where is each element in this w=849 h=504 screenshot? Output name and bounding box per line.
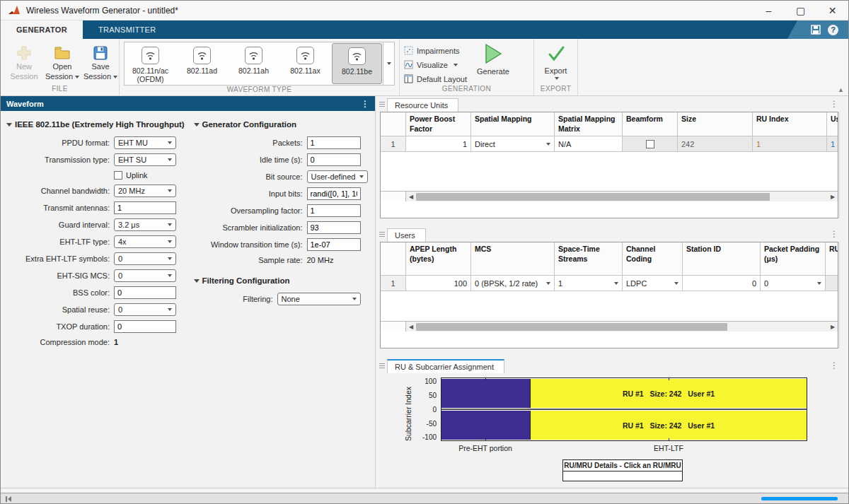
waveform-type-80211be[interactable]: 802.11be (332, 43, 382, 84)
tab-generator[interactable]: GENERATOR (1, 20, 83, 39)
scroll-left-icon[interactable]: ◀ (406, 194, 416, 200)
horizontal-scrollbar[interactable]: ◀ ▶ (381, 191, 838, 201)
main-area: Waveform ⋮ IEEE 802.11be (Extremely High… (1, 96, 848, 488)
help-icon[interactable]: ? (828, 25, 838, 35)
waveform-type-section: 802.11n/ac (OFDM) 802.11ad 802.11ah 802.… (120, 39, 400, 95)
panel-drag-handle[interactable] (379, 363, 385, 369)
app-window: Wireless Waveform Generator - untitled* … (0, 0, 849, 504)
open-session-button[interactable]: Open Session (43, 42, 81, 82)
y-tick: 100 (424, 377, 437, 385)
visualize-button[interactable]: Visualize (404, 59, 467, 71)
field-label: Compression mode: (1, 338, 114, 346)
eht-ltf-type-select[interactable]: 4x (114, 235, 176, 248)
spatial-mapping-select[interactable]: Direct (471, 136, 555, 152)
save-icon[interactable] (811, 25, 821, 35)
vertical-scrollbar[interactable] (839, 112, 844, 218)
panel-drag-handle[interactable] (379, 232, 385, 238)
txop-duration-input[interactable] (114, 320, 176, 333)
eht-sig-mcs-select[interactable]: 0 (114, 269, 176, 282)
ieee-section-header[interactable]: IEEE 802.11be (Extremely High Throughput… (6, 120, 188, 129)
scrollbar-thumb[interactable] (416, 323, 727, 331)
generate-button[interactable]: Generate (473, 42, 514, 76)
collapse-panel-icon[interactable] (6, 496, 11, 502)
save-floppy-icon (93, 44, 108, 62)
gallery-dropdown-button[interactable] (383, 42, 395, 86)
guard-interval-select[interactable]: 3.2 μs (114, 218, 176, 231)
scrambler-initialization-input[interactable] (307, 221, 361, 234)
beamform-checkbox[interactable] (646, 140, 654, 148)
waveform-type-80211ah[interactable]: 802.11ah (229, 43, 279, 84)
extra-eht-ltf-symbols-select[interactable]: 0 (114, 252, 176, 265)
mcs-select[interactable]: 0 (BPSK, 1/2 rate) (471, 276, 555, 291)
impairments-button[interactable]: Impairments (404, 45, 467, 57)
sample-rate-value: 20 MHz (307, 256, 334, 264)
ppdu-format-select[interactable]: EHT MU (114, 136, 176, 149)
new-session-button[interactable]: New Session (5, 42, 43, 82)
panel-menu-icon[interactable]: ⋮ (830, 361, 838, 370)
input-bits-input[interactable] (307, 187, 361, 200)
column-header: Beamform (623, 112, 678, 136)
export-section: Export EXPORT (534, 39, 578, 95)
scroll-right-icon[interactable]: ▶ (828, 194, 838, 200)
pre-eht-lower-block[interactable] (441, 411, 531, 440)
maximize-button[interactable]: ▢ (785, 1, 816, 20)
waveform-type-80211nac[interactable]: 802.11n/ac (OFDM) (125, 43, 175, 84)
channel-coding-select[interactable]: LDPC (623, 276, 683, 291)
horizontal-scrollbar[interactable]: ◀ ▶ (381, 321, 838, 332)
packets-input[interactable] (307, 136, 361, 149)
tab-users[interactable]: Users (387, 228, 426, 242)
export-button[interactable]: Export (538, 42, 573, 80)
idle-time-input[interactable] (307, 153, 361, 166)
field-label: Input bits: (188, 189, 307, 198)
waveform-type-80211ad[interactable]: 802.11ad (177, 43, 227, 84)
transmission-type-select[interactable]: EHT SU (114, 153, 176, 166)
waveform-type-80211ax[interactable]: 802.11ax (280, 43, 330, 84)
tab-resource-units[interactable]: Resource Units (387, 98, 458, 112)
packet-padding-select[interactable]: 0 (761, 276, 826, 291)
scrollbar-thumb[interactable] (416, 193, 770, 201)
filtering-select[interactable]: None (277, 293, 361, 305)
space-time-streams-select[interactable]: 1 (555, 276, 623, 291)
bit-source-select[interactable]: User-defined (307, 170, 368, 183)
scroll-left-icon[interactable]: ◀ (406, 324, 416, 330)
save-session-button[interactable]: Save Session (81, 42, 120, 82)
spatial-mapping-matrix-cell[interactable]: N/A (555, 136, 623, 152)
spatial-reuse-select[interactable]: 0 (114, 303, 176, 316)
uplink-checkbox[interactable] (114, 171, 122, 180)
pre-eht-upper-block[interactable] (441, 379, 531, 408)
collapse-toolstrip-icon[interactable]: ▲ (838, 86, 844, 93)
transmit-antennas-input[interactable] (114, 201, 176, 214)
close-button[interactable]: ✕ (816, 1, 848, 20)
tab-ru-subcarrier-assignment[interactable]: RU & Subcarrier Assignment (387, 359, 504, 373)
waveform-panel-title: Waveform (6, 100, 44, 108)
ru-mru-details-body (563, 471, 682, 481)
station-id-cell[interactable]: 0 (683, 276, 761, 291)
minimize-button[interactable]: – (753, 1, 785, 20)
panel-menu-icon[interactable]: ⋮ (830, 99, 838, 109)
panel-drag-handle[interactable] (379, 102, 385, 107)
waveform-panel-menu-icon[interactable]: ⋮ (361, 99, 369, 109)
channel-bandwidth-select[interactable]: 20 MHz (114, 184, 176, 197)
scroll-right-icon[interactable]: ▶ (828, 324, 838, 330)
generator-config-header[interactable]: Generator Configuration (194, 120, 376, 129)
field-label: Sample rate: (188, 256, 307, 264)
bss-color-input[interactable] (114, 286, 176, 299)
window-transition-time-input[interactable] (307, 238, 361, 251)
collapse-section-icon (194, 123, 200, 127)
oversampling-factor-input[interactable] (307, 204, 361, 217)
ru-mru-details-box[interactable]: RU/MRU Details - Click an RU/MRU (562, 459, 683, 481)
ru1-upper-block[interactable]: RU #1 Size: 242 User #1 (531, 379, 807, 408)
vertical-scrollbar[interactable] (839, 242, 844, 348)
field-label: Window transition time (s): (188, 240, 307, 249)
table-empty-area (381, 152, 838, 191)
apep-length-cell[interactable]: 100 (406, 276, 471, 291)
filtering-config-header[interactable]: Filtering Configuration (194, 276, 376, 285)
chevron-down-icon (113, 76, 117, 78)
power-boost-factor-cell[interactable]: 1 (406, 136, 471, 152)
column-header (381, 242, 406, 276)
panel-menu-icon[interactable]: ⋮ (830, 229, 838, 239)
ru1-lower-block[interactable]: RU #1 Size: 242 User #1 (531, 411, 807, 440)
collapse-section-icon (6, 123, 12, 127)
default-layout-button[interactable]: Default Layout (404, 73, 467, 85)
tab-transmitter[interactable]: TRANSMITTER (83, 20, 172, 39)
